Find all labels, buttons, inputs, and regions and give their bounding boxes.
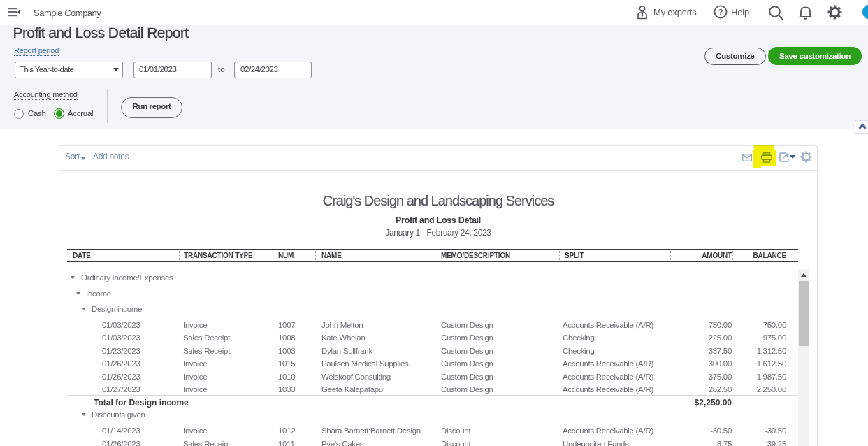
svg-text:?: ? [718, 8, 723, 16]
